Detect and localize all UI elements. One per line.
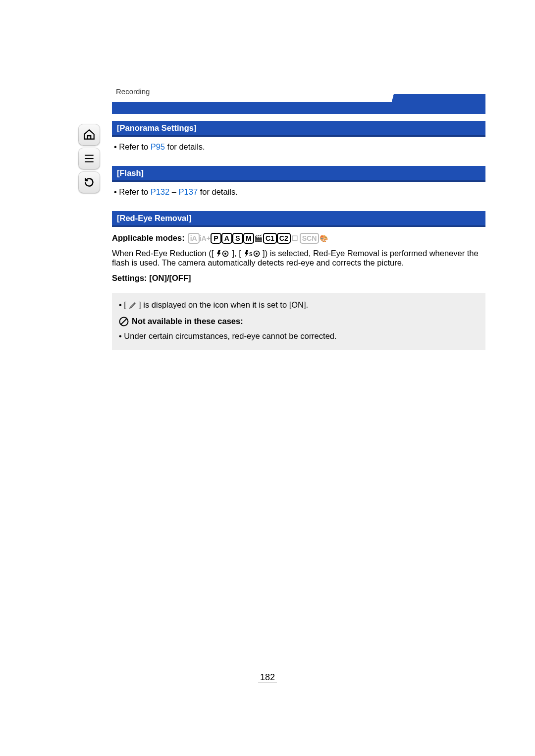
correction-icon [129, 301, 137, 309]
note-box: • [ ] is displayed on the icon when it i… [112, 293, 485, 351]
icon-on-note: • [ ] is displayed on the icon when it i… [119, 299, 479, 312]
mode-intelligent-auto: iA [188, 233, 200, 244]
applicable-modes: Applicable modes: iAiA+PASM🎬C1C2☐SCN🎨 [112, 233, 485, 244]
flash-redeye-icon [216, 250, 230, 258]
svg-point-1 [224, 253, 226, 255]
flash-slow-redeye-icon: S [244, 250, 261, 258]
home-button[interactable] [78, 124, 100, 146]
mode-creative-control: 🎨 [319, 233, 328, 244]
mode-scene: SCN [300, 233, 320, 244]
svg-text:S: S [249, 252, 253, 257]
mode-custom1: C1 [263, 233, 277, 244]
section-heading-flash: [Flash] [112, 166, 485, 182]
mode-panorama: ☐ [291, 233, 300, 244]
not-available-heading: Not available in these cases: [119, 315, 479, 328]
breadcrumb-text: Recording [116, 87, 150, 96]
link-p132[interactable]: P132 [151, 187, 170, 196]
mode-intelligent-auto-plus: iA+ [200, 233, 211, 244]
link-p137[interactable]: P137 [179, 187, 198, 196]
list-icon [83, 152, 96, 165]
breadcrumb-bar [112, 102, 485, 114]
flash-refer-line: • Refer to P132 – P137 for details. [113, 186, 485, 198]
back-button[interactable] [78, 171, 100, 193]
not-available-icon [119, 317, 129, 326]
home-icon [83, 128, 96, 141]
applicable-modes-label: Applicable modes: [112, 233, 185, 243]
settings-options: Settings: [ON]/[OFF] [112, 273, 485, 283]
mode-custom2: C2 [277, 233, 291, 244]
svg-point-4 [256, 253, 258, 255]
mode-aperture: A [221, 233, 232, 244]
section-heading-panorama: [Panorama Settings] [112, 121, 485, 137]
back-icon [83, 176, 96, 189]
link-p95[interactable]: P95 [151, 142, 165, 151]
panorama-refer-line: • Refer to P95 for details. [113, 141, 485, 153]
mode-creative-video: 🎬 [254, 233, 263, 244]
redeye-description: When Red-Eye Reduction ([ ], [ S ]) is s… [112, 249, 485, 268]
contents-button[interactable] [78, 148, 100, 169]
svg-line-6 [121, 319, 127, 324]
section-heading-redeye: [Red-Eye Removal] [112, 211, 485, 227]
mode-program: P [211, 233, 221, 244]
mode-manual: M [243, 233, 254, 244]
mode-shutter: S [232, 233, 243, 244]
page-number: 182 [0, 672, 535, 683]
breadcrumb: Recording [112, 94, 485, 114]
not-available-item: • Under certain circumstances, red-eye c… [119, 330, 479, 343]
